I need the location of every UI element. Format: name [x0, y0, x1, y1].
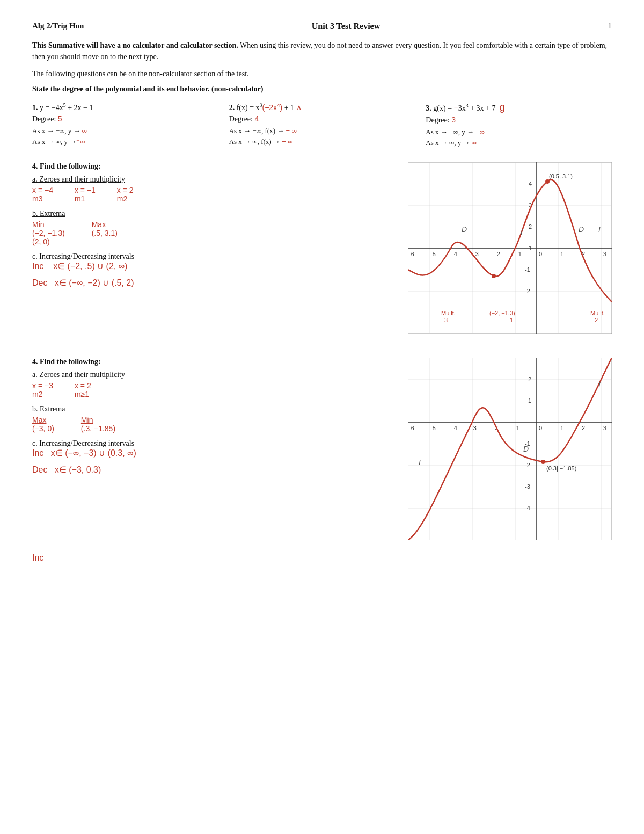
course-title: Alg 2/Trig Hon	[32, 21, 84, 31]
q4a-max-col: Max (.5, 3.1)	[92, 220, 118, 246]
q4a-title: 4. Find the following:	[32, 162, 392, 171]
problems-row: 1. y = −4x5 + 2x − 1 Degree: 5 As x → −∞…	[32, 102, 612, 149]
q4b-intervals: c. Increasing/Decreasing intervals Inc x…	[32, 439, 392, 475]
q4b-min-col: Min (.3, −1.85)	[81, 416, 115, 433]
q4b-extrema: b. Extrema Max (−3, 0) Min (.3, −1.85)	[32, 405, 392, 433]
graph1-svg: -6 -5 -4 -3 -2 -1 0 1 2 3 4 3 2 1 -1 -2 …	[408, 162, 612, 334]
svg-text:(−2, −1.3): (−2, −1.3)	[489, 310, 515, 316]
problem-1-label: 1. y = −4x5 + 2x − 1	[32, 102, 218, 112]
problem-3: 3. g(x) = −3x3 + 3x + 7 g Degree: 3 As x…	[426, 102, 612, 149]
inc-text: Inc	[32, 553, 43, 562]
zero-2: x = −1 m1	[75, 186, 96, 203]
svg-text:0: 0	[539, 251, 542, 257]
problem-1-behavior-2: As x → ∞, y →⁻∞	[32, 137, 218, 146]
q4a-zeroes-label: a. Zeroes and their multiplicity	[32, 175, 392, 184]
svg-text:-2: -2	[525, 462, 530, 468]
svg-text:2: 2	[529, 223, 532, 230]
q4a-intervals-label: c. Increasing/Decreasing intervals	[32, 252, 392, 261]
svg-text:I: I	[598, 225, 601, 234]
q4b-section: 4. Find the following: a. Zeroes and the…	[32, 358, 612, 542]
q4a-inc: Inc x∈ (−2, .5) ∪ (2, ∞)	[32, 261, 392, 271]
svg-text:1: 1	[528, 397, 531, 404]
problem-1-degree: Degree: 5	[32, 114, 218, 124]
svg-text:I: I	[598, 380, 601, 389]
svg-text:D: D	[523, 445, 529, 453]
svg-text:D: D	[579, 225, 584, 234]
state-instruction: State the degree of the polynomial and i…	[32, 85, 612, 93]
svg-text:-3: -3	[471, 425, 477, 431]
zero-b1: x = −3 m2	[32, 381, 53, 398]
problem-2-behavior-1: As x → −∞, f(x) → − ∞	[229, 127, 415, 135]
svg-point-57	[541, 460, 545, 464]
svg-text:-5: -5	[430, 425, 436, 431]
q4b-inc: Inc x∈ (−∞, −3) ∪ (0.3, ∞)	[32, 448, 392, 458]
q4a-zeroes: a. Zeroes and their multiplicity x = −4 …	[32, 175, 392, 203]
q4b-zeroes-grid: x = −3 m2 x = 2 m≥1	[32, 381, 392, 398]
graph2-svg: -6 -5 -4 -3 -2 -1 0 1 2 3 2 1 -1 -2 -3 -…	[408, 358, 612, 540]
svg-text:3: 3	[603, 425, 606, 431]
svg-rect-35	[408, 358, 612, 540]
svg-text:-4: -4	[452, 425, 457, 431]
svg-text:(0.3| −1.85): (0.3| −1.85)	[546, 465, 576, 472]
q4a-extrema-label: b. Extrema	[32, 209, 392, 218]
problem-2-behavior-2: As x → ∞, f(x) → − ∞	[229, 137, 415, 146]
q4b-graph: -6 -5 -4 -3 -2 -1 0 1 2 3 2 1 -1 -2 -3 -…	[408, 358, 612, 542]
svg-text:-3: -3	[525, 483, 530, 490]
svg-text:-4: -4	[525, 505, 530, 511]
problem-2-label: 2. f(x) = x3(−2x4) + 1 ∧	[229, 102, 415, 112]
zero-1: x = −4 m3	[32, 186, 53, 203]
problem-2: 2. f(x) = x3(−2x4) + 1 ∧ Degree: 4 As x …	[229, 102, 426, 149]
svg-text:2: 2	[595, 317, 598, 323]
svg-text:(0.5, 3.1): (0.5, 3.1)	[549, 173, 573, 179]
svg-text:2: 2	[528, 376, 531, 382]
q4b-zeroes-label: a. Zeroes and their multiplicity	[32, 371, 392, 379]
zero-b2: x = 2 m≥1	[75, 381, 91, 398]
svg-text:0: 0	[539, 425, 542, 431]
document-title: Unit 3 Test Review	[312, 21, 380, 31]
svg-text:Mu lt.: Mu lt.	[590, 310, 605, 316]
problem-3-label: 3. g(x) = −3x3 + 3x + 7 g	[426, 102, 612, 113]
q4b-intervals-label: c. Increasing/Decreasing intervals	[32, 439, 392, 448]
problem-1-behavior-1: As x → −∞, y → ∞	[32, 127, 218, 135]
q4b-max-col: Max (−3, 0)	[32, 416, 54, 433]
svg-text:-5: -5	[430, 251, 436, 257]
problem-3-behavior-2: As x → ∞, y → ∞	[426, 139, 612, 147]
problem-1: 1. y = −4x5 + 2x − 1 Degree: 5 As x → −∞…	[32, 102, 229, 149]
svg-text:Mu lt.: Mu lt.	[441, 310, 456, 316]
q4b-zeroes: a. Zeroes and their multiplicity x = −3 …	[32, 371, 392, 398]
problem-3-degree: Degree: 3	[426, 115, 612, 125]
q4a-section: 4. Find the following: a. Zeroes and the…	[32, 162, 612, 336]
q4a-zeroes-grid: x = −4 m3 x = −1 m1 x = 2 m2	[32, 186, 392, 203]
page-header: Alg 2/Trig Hon Unit 3 Test Review 1	[32, 21, 612, 31]
svg-text:3: 3	[603, 251, 606, 257]
svg-text:-2: -2	[525, 288, 530, 294]
q4a-left: 4. Find the following: a. Zeroes and the…	[32, 162, 392, 336]
svg-text:1: 1	[529, 245, 532, 251]
svg-text:-6: -6	[409, 425, 414, 431]
svg-text:D: D	[462, 225, 467, 234]
q4a-extrema: b. Extrema Min (−2, −1.3) (2, 0) Max (.5…	[32, 209, 392, 246]
q4b-extrema-grid: Max (−3, 0) Min (.3, −1.85)	[32, 416, 392, 433]
svg-text:-1: -1	[525, 266, 530, 273]
svg-text:I: I	[419, 458, 421, 467]
page-number: 1	[608, 21, 612, 31]
svg-text:I: I	[521, 228, 523, 236]
inc-label: Inc	[32, 553, 612, 563]
non-calc-instruction: The following questions can be on the no…	[32, 70, 612, 78]
q4b-extrema-label: b. Extrema	[32, 405, 392, 414]
svg-text:2: 2	[582, 425, 585, 431]
zero-3: x = 2 m2	[117, 186, 134, 203]
q4b-left: 4. Find the following: a. Zeroes and the…	[32, 358, 392, 542]
problem-3-behavior-1: As x → −∞, y → −∞	[426, 128, 612, 136]
svg-text:-1: -1	[514, 425, 519, 431]
svg-text:-4: -4	[452, 251, 457, 257]
q4a-intervals: c. Increasing/Decreasing intervals Inc x…	[32, 252, 392, 288]
svg-text:-2: -2	[495, 251, 500, 257]
q4a-extrema-grid: Min (−2, −1.3) (2, 0) Max (.5, 3.1)	[32, 220, 392, 246]
svg-text:-6: -6	[409, 251, 414, 257]
svg-point-25	[545, 179, 550, 184]
intro-paragraph: This Summative will have a no calculator…	[32, 40, 612, 62]
svg-text:1: 1	[510, 317, 513, 323]
q4a-dec: Dec x∈ (−∞, −2) ∪ (.5, 2)	[32, 278, 392, 288]
svg-text:-1: -1	[516, 251, 522, 257]
